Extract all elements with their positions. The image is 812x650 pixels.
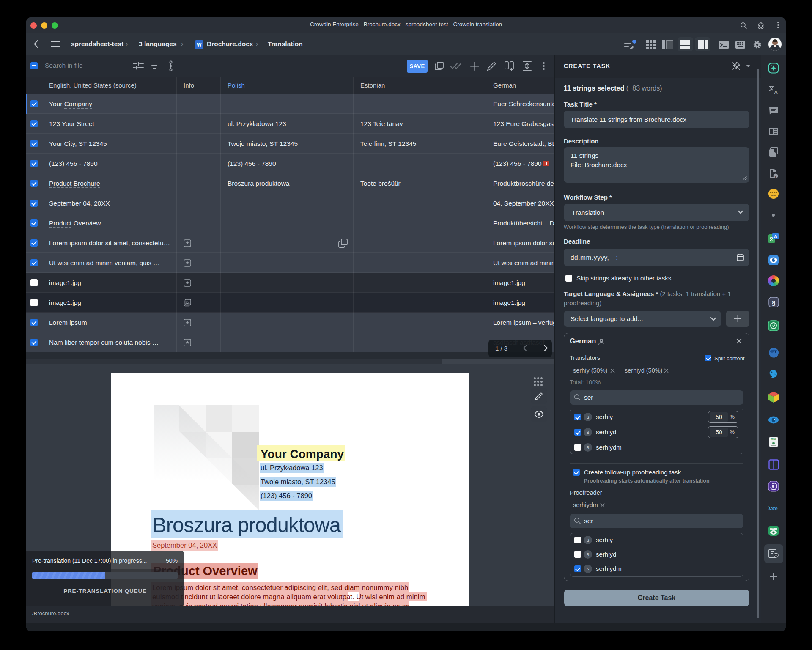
svg-text:§: § [772,299,775,306]
svg-text:WORD: WORD [771,438,777,440]
svg-text:A: A [774,234,777,239]
svg-text:A: A [774,89,778,95]
svg-text:i: i [775,174,776,178]
svg-text:SCR: SCR [771,528,774,530]
